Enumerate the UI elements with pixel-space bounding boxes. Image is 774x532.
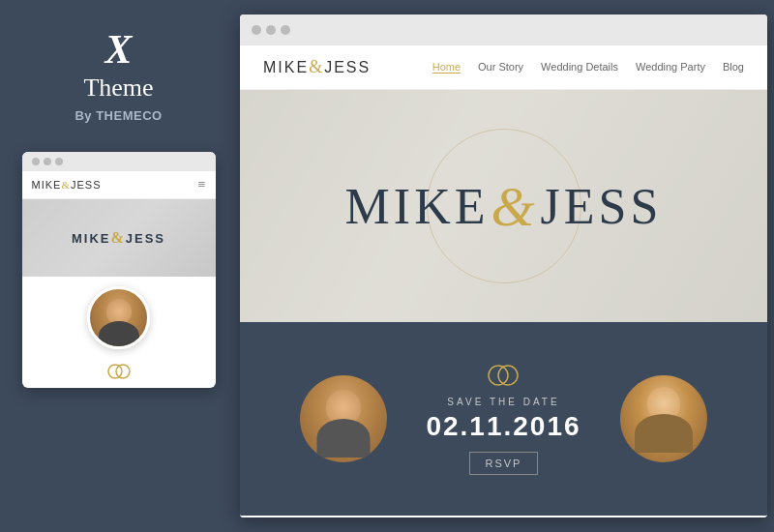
nav-link-blog[interactable]: Blog <box>723 61 744 74</box>
nav-link-wedding-details[interactable]: Wedding Details <box>541 61 618 74</box>
mobile-preview-card: MIKE&JESS ≡ MIKE&JESS <box>22 152 216 388</box>
mobile-dot-1 <box>32 158 40 165</box>
svg-point-1 <box>116 365 130 378</box>
mobile-rings-area <box>22 359 216 388</box>
hero-title-jess: JESS <box>541 178 663 235</box>
browser-dot-3 <box>281 25 290 35</box>
hamburger-icon: ≡ <box>198 177 206 192</box>
save-date-text: 02.11.2016 <box>426 411 580 442</box>
save-date-center: SAVE THE DATE 02.11.2016 RSVP <box>426 364 580 475</box>
hero-ampersand: & <box>491 174 538 239</box>
rings-icon <box>426 364 580 391</box>
mobile-rings-icon <box>105 363 133 380</box>
sidebar-title: Theme <box>83 74 153 103</box>
sidebar: X Theme By THEMECO MIKE&JESS ≡ MIKE&JESS <box>0 0 237 532</box>
mobile-dot-2 <box>44 158 51 165</box>
hero-title: MIKE & JESS <box>345 174 663 239</box>
site-nav: MIKE&JESS Home Our Story Wedding Details… <box>240 45 767 90</box>
mobile-dot-3 <box>55 158 63 165</box>
site-logo: MIKE&JESS <box>263 57 371 77</box>
mobile-hero-logo: MIKE&JESS <box>72 229 165 247</box>
mobile-hero: MIKE&JESS <box>22 199 216 277</box>
nav-link-home[interactable]: Home <box>432 61 461 74</box>
rsvp-button[interactable]: RSVP <box>469 452 539 475</box>
mobile-browser-bar <box>22 152 216 171</box>
browser-dot-1 <box>252 25 261 35</box>
by-name: THEMECO <box>96 108 163 123</box>
by-prefix: By <box>74 108 92 123</box>
main-preview: MIKE&JESS Home Our Story Wedding Details… <box>240 15 767 517</box>
save-label: SAVE THE DATE <box>426 397 580 407</box>
person-circle-man <box>300 375 387 462</box>
hero-title-mike: MIKE <box>345 178 490 235</box>
save-date-section: SAVE THE DATE 02.11.2016 RSVP <box>240 322 767 516</box>
browser-dot-2 <box>266 25 276 35</box>
nav-link-our-story[interactable]: Our Story <box>478 61 523 74</box>
mobile-person-section <box>22 277 216 359</box>
person-circle-woman <box>620 375 707 462</box>
sidebar-logo: X <box>104 29 132 70</box>
mobile-nav-bar: MIKE&JESS ≡ <box>22 171 216 199</box>
site-nav-links: Home Our Story Wedding Details Wedding P… <box>432 61 744 74</box>
sidebar-by: By THEMECO <box>74 108 162 123</box>
browser-bar <box>240 15 767 45</box>
website-content: MIKE&JESS Home Our Story Wedding Details… <box>240 45 767 517</box>
site-hero: MIKE & JESS <box>240 90 767 322</box>
mobile-site-logo: MIKE&JESS <box>32 179 102 191</box>
svg-point-0 <box>108 365 122 378</box>
mobile-avatar <box>87 286 150 349</box>
nav-link-wedding-party[interactable]: Wedding Party <box>636 61 705 74</box>
